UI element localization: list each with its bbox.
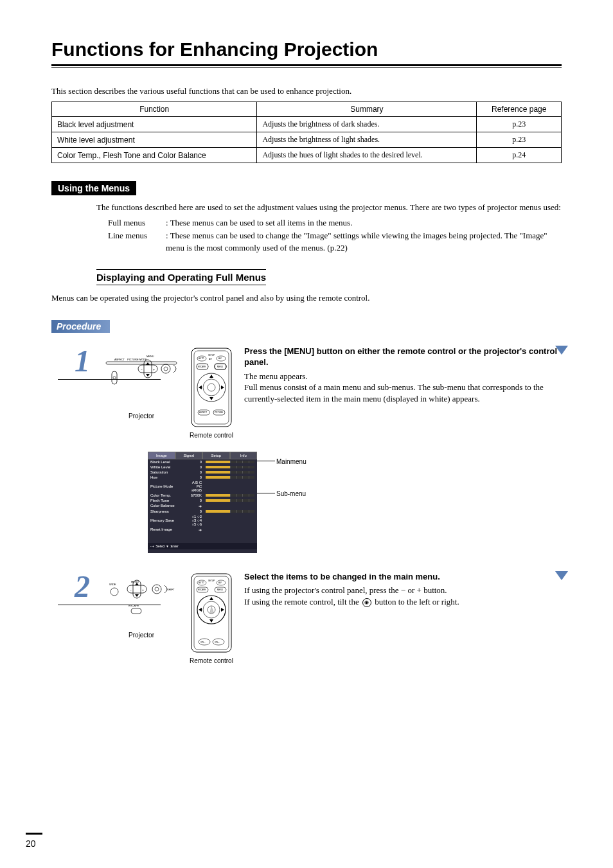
menu-tab: Info <box>230 452 258 459</box>
menu-row: Sharpness0 <box>148 509 257 514</box>
svg-text:ASPECT: ASPECT <box>114 358 125 361</box>
cell-summary: Adjusts the hues of light shades to the … <box>257 148 477 163</box>
svg-marker-32 <box>221 385 224 389</box>
svg-marker-31 <box>199 385 202 389</box>
svg-point-46 <box>152 585 161 594</box>
menu-footer: - + :Select ▼ :Enter <box>148 543 257 549</box>
svg-marker-8 <box>146 362 150 365</box>
svg-marker-67 <box>199 608 202 612</box>
step2-desc: If using the projector's control panel, … <box>244 585 562 607</box>
svg-text:WIDE: WIDE <box>109 583 116 586</box>
item-desc: : These menus can be used to set all ite… <box>166 217 562 229</box>
cell-summary: Adjusts the brightness of light shades. <box>257 132 477 148</box>
svg-text:−: − <box>141 368 143 371</box>
svg-text:AUTO: AUTO <box>199 581 204 584</box>
svg-marker-9 <box>146 374 150 376</box>
svg-point-12 <box>161 364 170 373</box>
svg-text:ESCAPE: ESCAPE <box>198 589 206 591</box>
menu-row: Memory Save○1 ○2 ○3 ○4 ○5 ○6 <box>148 514 257 527</box>
dial-icon: ◉ <box>362 598 371 607</box>
cell-ref: p.24 <box>477 148 562 163</box>
svg-point-47 <box>155 587 159 591</box>
procedure-label: Procedure <box>51 320 110 333</box>
cell-fn: Color Temp., Flesh Tone and Color Balanc… <box>52 148 257 163</box>
menu-row: Flesh Tone0 <box>148 498 257 503</box>
col-reference: Reference page <box>477 102 562 117</box>
item-desc: : These menus can be used to change the … <box>166 230 562 253</box>
projector-diagram: WIDE MENU − + SHIFT ESCAPE <box>103 571 180 639</box>
cell-ref: p.23 <box>477 117 562 132</box>
svg-marker-29 <box>209 375 213 378</box>
step-1: 1 ASPECT PICTURE MODE MENU <box>51 346 562 439</box>
svg-marker-30 <box>209 397 213 400</box>
item-label: Full menus <box>108 217 166 229</box>
intro-text: This section describes the various usefu… <box>51 86 562 96</box>
menu-tab: Setup <box>202 452 230 459</box>
svg-marker-43 <box>135 594 139 597</box>
projector-label: Projector <box>129 632 154 639</box>
svg-text:ESCAPE: ESCAPE <box>129 604 139 607</box>
svg-text:MENU: MENU <box>217 366 223 368</box>
remote-label: Remote control <box>190 657 233 664</box>
svg-marker-66 <box>209 619 213 623</box>
section-para: The functions described here are used to… <box>96 202 561 212</box>
step2-heading: Select the items to be changed in the ma… <box>244 571 562 583</box>
svg-text:AUTO: AUTO <box>199 357 204 360</box>
menu-row: Reset Image➜ <box>148 527 257 533</box>
functions-table: Function Summary Reference page Black le… <box>51 102 562 163</box>
svg-text:+: + <box>142 588 144 592</box>
svg-text:SHIFT: SHIFT <box>167 588 175 591</box>
svg-rect-4 <box>112 371 117 384</box>
step-2: 2 WIDE MENU − + <box>51 571 562 664</box>
menu-row: Saturation0 <box>148 470 257 475</box>
svg-text:SETUP: SETUP <box>208 354 215 357</box>
svg-marker-65 <box>209 597 213 600</box>
projector-label: Projector <box>129 412 154 420</box>
svg-text:ASPECT: ASPECT <box>199 411 207 414</box>
svg-text:A/V: A/V <box>218 357 222 360</box>
section-body: The functions described here are used to… <box>96 202 562 254</box>
svg-point-13 <box>164 367 168 371</box>
list-item: Line menus : These menus can be used to … <box>108 230 562 253</box>
title-rule <box>51 64 562 66</box>
svg-point-28 <box>208 384 215 391</box>
arrow-down-icon <box>555 346 568 355</box>
menu-row: White Level0 <box>148 465 257 470</box>
col-function: Function <box>52 102 257 117</box>
table-row: Black level adjustment Adjusts the brigh… <box>52 117 562 132</box>
svg-text:A/V: A/V <box>209 358 212 360</box>
svg-point-38 <box>111 588 118 596</box>
submenu-callout: Sub-menu <box>276 490 306 497</box>
menu-tab: Image <box>148 452 175 459</box>
cell-fn: White level adjustment <box>52 132 257 148</box>
menu-row: Black Level0 <box>148 459 257 465</box>
menu-tab: Signal <box>175 452 203 459</box>
step-number: 1 <box>51 346 90 380</box>
cell-summary: Adjusts the brightness of dark shades. <box>257 117 477 132</box>
step1-desc: The menu appears. Full menus consist of … <box>244 371 562 405</box>
svg-text:ESCAPE: ESCAPE <box>198 366 206 368</box>
table-row: White level adjustment Adjusts the brigh… <box>52 132 562 148</box>
svg-text:VOL+: VOL+ <box>215 641 220 644</box>
svg-text:−: − <box>130 588 132 592</box>
svg-text:MENU: MENU <box>147 355 154 358</box>
arrow-down-icon <box>555 571 568 580</box>
remote-diagram: AUTO SETUP A/V ESCAPE MENU <box>189 571 234 664</box>
step-number: 2 <box>51 571 90 605</box>
svg-text:SETUP: SETUP <box>208 580 215 582</box>
svg-text:MENU: MENU <box>217 589 223 591</box>
menu-row: Color Temp.6700K <box>148 493 257 498</box>
svg-marker-68 <box>221 608 224 612</box>
page-number: 20 <box>26 833 42 849</box>
subsection-intro: Menus can be operated using the projecto… <box>51 293 562 303</box>
cell-ref: p.23 <box>477 132 562 148</box>
projector-diagram: ASPECT PICTURE MODE MENU − + <box>103 346 180 420</box>
subsection-heading: Displaying and Operating Full Menus <box>96 269 266 285</box>
item-label: Line menus <box>108 230 166 242</box>
menu-row: Color Balance➜ <box>148 503 257 509</box>
list-item: Full menus : These menus can be used to … <box>108 217 562 229</box>
col-summary: Summary <box>257 102 477 117</box>
svg-text:PICTURE: PICTURE <box>215 411 223 414</box>
svg-text:+: + <box>153 368 155 371</box>
remote-label: Remote control <box>190 432 233 439</box>
